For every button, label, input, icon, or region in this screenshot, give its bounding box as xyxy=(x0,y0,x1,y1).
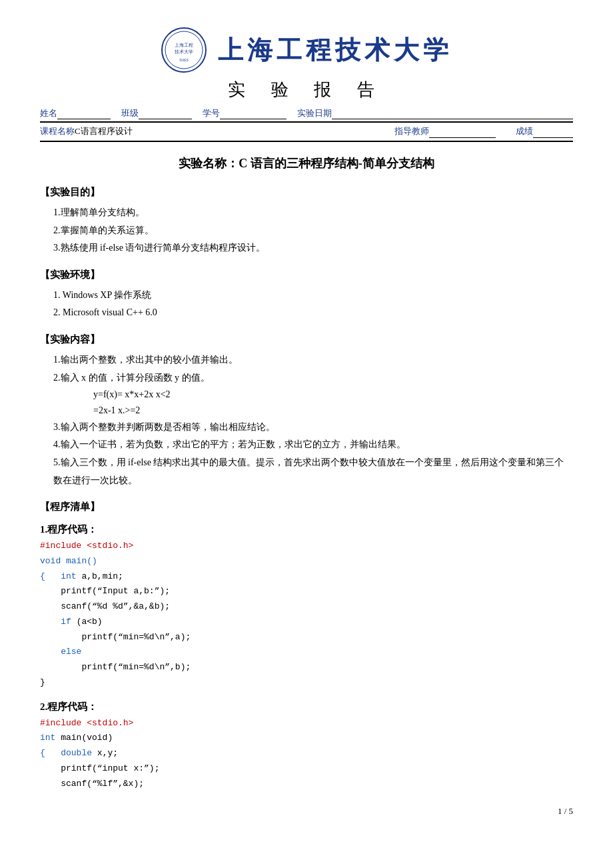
content-item-5-text: 5.输入三个数，用 if-else 结构求出其中的最大值。提示，首先求出两个数中… xyxy=(53,457,564,485)
name-value xyxy=(57,107,111,119)
teacher-label: 指导教师 xyxy=(394,125,429,139)
student-id-value xyxy=(220,107,287,119)
program-list-title: 【程序清单】 xyxy=(40,499,573,515)
score-label: 成绩 xyxy=(516,125,533,139)
class-label: 班级 xyxy=(121,107,139,121)
program-1-title: 1.程序代码： xyxy=(40,521,573,537)
course-value: C语言程序设计 xyxy=(75,125,133,139)
code1-line-8: else xyxy=(40,645,573,660)
code1-line-5: scanf(“%d %d”,&a,&b); xyxy=(40,599,573,615)
content-item-1: 1.输出两个整数，求出其中的较小值并输出。 xyxy=(53,351,573,369)
program-2-code: #include <stdio.h> int main(void) { doub… xyxy=(40,716,573,792)
environment-title: 【实验环境】 xyxy=(40,267,573,283)
purpose-title: 【实验目的】 xyxy=(40,184,573,200)
code1-line-10: } xyxy=(40,675,573,691)
score-value xyxy=(533,126,573,138)
code2-line-2: int main(void) xyxy=(40,731,573,746)
code2-line-4: printf(“input x:”); xyxy=(40,761,573,777)
code2-line-1: #include <stdio.h> xyxy=(40,716,573,731)
page-number: 1 / 5 xyxy=(40,805,573,819)
date-value xyxy=(332,107,573,119)
code1-line-7: printf(“min=%d\n”,a); xyxy=(40,630,573,645)
program-list-section: 【程序清单】 1.程序代码： #include <stdio.h> void m… xyxy=(40,499,573,791)
svg-text:上海工程: 上海工程 xyxy=(175,43,193,48)
program-2: 2.程序代码： #include <stdio.h> int main(void… xyxy=(40,699,573,792)
content-title: 【实验内容】 xyxy=(40,331,573,347)
purpose-section: 【实验目的】 1.理解简单分支结构。 2.掌握简单的关系运算。 3.熟练使用 i… xyxy=(40,184,573,257)
purpose-item-1: 1.理解简单分支结构。 xyxy=(53,204,573,222)
content-item-2: 2.输入 x 的值，计算分段函数 y 的值。 xyxy=(53,369,573,387)
program-1: 1.程序代码： #include <stdio.h> void main() {… xyxy=(40,521,573,691)
formula-line-2: =2x-1 x.>=2 xyxy=(93,403,573,419)
code1-line-1: #include <stdio.h> xyxy=(40,539,573,554)
course-label: 课程名称 xyxy=(40,125,75,139)
name-label: 姓名 xyxy=(40,107,57,121)
program-1-code: #include <stdio.h> void main() { int a,b… xyxy=(40,539,573,691)
content-item-4: 4.输入一个证书，若为负数，求出它的平方；若为正数，求出它的立方，并输出结果。 xyxy=(53,436,573,454)
content-item-3: 3.输入两个整数并判断两数是否相等，输出相应结论。 xyxy=(53,419,573,437)
date-label: 实验日期 xyxy=(297,107,332,121)
env-item-1: 1. Windows XP 操作系统 xyxy=(53,287,573,305)
experiment-title: 实验名称：C 语言的三种程序结构-简单分支结构 xyxy=(40,154,573,173)
class-value xyxy=(139,107,192,119)
teacher-value xyxy=(429,126,496,138)
code2-line-5: scanf(“%lf”,&x); xyxy=(40,777,573,792)
report-title: 实 验 报 告 xyxy=(228,76,385,104)
code1-line-2: void main() xyxy=(40,554,573,569)
env-item-2: 2. Microsoft visual C++ 6.0 xyxy=(53,304,573,322)
purpose-item-3: 3.熟练使用 if-else 语句进行简单分支结构程序设计。 xyxy=(53,239,573,257)
code2-line-3: { double x,y; xyxy=(40,746,573,761)
university-title: 上海工程技术大学 xyxy=(218,30,452,71)
svg-text:技术大学: 技术大学 xyxy=(174,49,193,55)
code1-line-6: if (a<b) xyxy=(40,615,573,630)
code1-line-9: printf(“min=%d\n”,b); xyxy=(40,660,573,675)
student-id-label: 学号 xyxy=(203,107,220,121)
content-section: 【实验内容】 1.输出两个整数，求出其中的较小值并输出。 2.输入 x 的值，计… xyxy=(40,331,573,489)
environment-section: 【实验环境】 1. Windows XP 操作系统 2. Microsoft v… xyxy=(40,267,573,322)
code1-line-3: { int a,b,min; xyxy=(40,569,573,585)
program-2-title: 2.程序代码： xyxy=(40,699,573,715)
code1-line-4: printf(“Input a,b:”); xyxy=(40,584,573,599)
university-logo: 上海工程 技术大学 SUES xyxy=(161,27,207,73)
purpose-item-2: 2.掌握简单的关系运算。 xyxy=(53,222,573,240)
svg-text:SUES: SUES xyxy=(179,58,189,62)
formula-line-1: y=f(x)= x*x+2x x<2 xyxy=(93,387,573,403)
